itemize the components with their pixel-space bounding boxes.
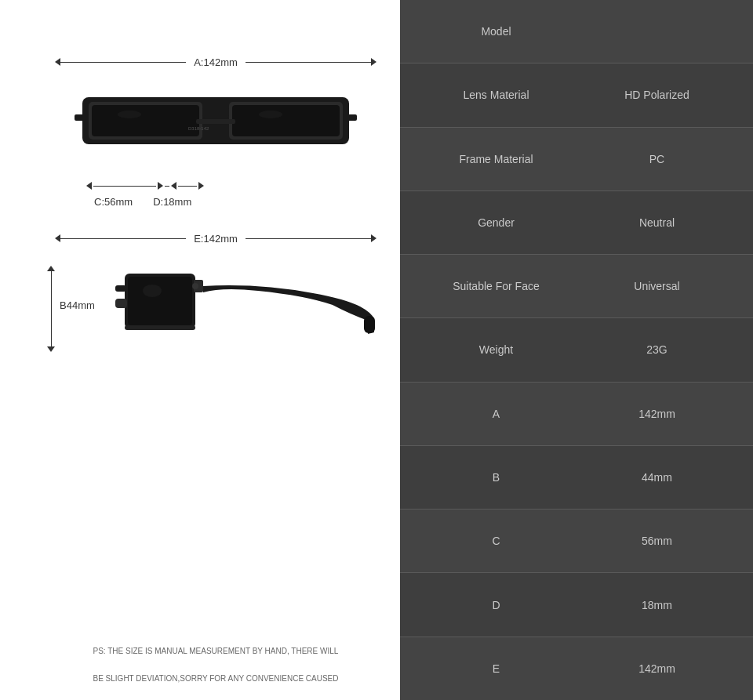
spec-label-1: Lens Material <box>416 89 577 101</box>
svg-point-11 <box>259 111 282 118</box>
svg-point-19 <box>192 283 198 289</box>
spec-row-1: Lens MaterialHD Polarized <box>400 63 753 127</box>
glasses-top-wrapper: D318-142 <box>47 74 384 168</box>
ps-note-line1: PS: THE SIZE IS MANUAL MEASUREMENT BY HA… <box>93 645 338 657</box>
spec-label-8: C <box>416 535 577 547</box>
arrow-right-d <box>198 179 204 193</box>
h-line-a-right <box>246 62 371 63</box>
c-measurement: C:56mm D:18mm <box>86 179 204 208</box>
glasses-side-container: B44mm <box>47 250 384 360</box>
spec-label-10: E <box>416 662 577 675</box>
svg-text:D318-142: D318-142 <box>188 126 209 131</box>
svg-point-14 <box>143 285 162 297</box>
arrow-down-b <box>47 346 55 352</box>
spec-value-7: 44mm <box>577 471 737 484</box>
arrow-left-e <box>55 231 60 245</box>
dimension-e-row: E:142mm <box>47 231 384 245</box>
ps-note-line2: BE SLIGHT DEVIATION,SORRY FOR ANY CONVEN… <box>93 673 338 684</box>
dim-e-label: E:142mm <box>194 233 238 245</box>
b-measurement <box>47 258 55 352</box>
spec-value-6: 142mm <box>577 408 737 420</box>
svg-rect-18 <box>125 325 195 330</box>
spec-label-5: Weight <box>416 343 577 356</box>
dim-a-label: A:142mm <box>194 56 238 68</box>
spec-value-9: 18mm <box>577 599 737 611</box>
arrow-right-e <box>371 231 376 245</box>
svg-rect-17 <box>115 285 126 292</box>
h-line-a-left <box>60 62 186 63</box>
spec-label-7: B <box>416 471 577 484</box>
spec-label-2: Frame Material <box>416 153 577 165</box>
spec-row-2: Frame MaterialPC <box>400 128 753 191</box>
spec-value-4: Universal <box>577 280 737 292</box>
spec-row-5: Weight23G <box>400 318 753 382</box>
h-line-e-right <box>246 238 371 239</box>
h-line-d <box>178 186 197 187</box>
glasses-side-svg <box>101 250 376 360</box>
dim-d-label: D:18mm <box>153 196 191 208</box>
spec-row-4: Suitable For FaceUniversal <box>400 255 753 318</box>
ps-note: PS: THE SIZE IS MANUAL MEASUREMENT BY HA… <box>93 622 338 684</box>
spec-value-2: PC <box>577 153 737 165</box>
spec-label-0: Model <box>416 25 577 38</box>
glasses-top-svg: D318-142 <box>75 74 357 168</box>
dimension-a-row: A:142mm <box>47 55 384 69</box>
spec-value-5: 23G <box>577 343 737 356</box>
svg-point-10 <box>118 111 141 118</box>
spec-value-3: Neutral <box>577 216 737 229</box>
spec-value-10: 142mm <box>577 662 737 675</box>
spec-row-3: GenderNeutral <box>400 191 753 255</box>
spec-row-10: E142mm <box>400 637 753 700</box>
svg-rect-16 <box>115 299 127 308</box>
dim-c-label: C:56mm <box>94 196 133 208</box>
spec-label-6: A <box>416 408 577 420</box>
b-label-container: B44mm <box>60 299 95 311</box>
svg-rect-6 <box>196 119 235 124</box>
svg-rect-13 <box>128 277 192 325</box>
right-panel: ModelLens MaterialHD PolarizedFrame Mate… <box>400 0 753 700</box>
v-line-b <box>51 271 52 346</box>
h-line-e-left <box>60 238 186 239</box>
spec-row-9: D18mm <box>400 573 753 637</box>
arrow-right-a <box>371 55 376 69</box>
arrow-left-d <box>171 179 176 193</box>
spec-row-8: C56mm <box>400 510 753 573</box>
spec-row-0: Model <box>400 0 753 63</box>
svg-rect-5 <box>202 107 229 118</box>
svg-rect-20 <box>364 316 375 333</box>
spec-row-6: A142mm <box>400 383 753 446</box>
spec-label-4: Suitable For Face <box>416 280 577 292</box>
svg-rect-7 <box>75 114 89 121</box>
svg-rect-4 <box>232 105 340 136</box>
arrow-left-a <box>55 55 60 69</box>
arrow-up-b <box>47 266 55 271</box>
dim-b-label: B44mm <box>60 299 95 311</box>
svg-rect-8 <box>343 114 357 121</box>
h-line-c <box>93 186 156 187</box>
spec-label-3: Gender <box>416 216 577 229</box>
left-panel: A:142mm D318-142 <box>0 0 400 700</box>
spec-value-1: HD Polarized <box>577 89 737 101</box>
spec-row-7: B44mm <box>400 446 753 510</box>
spec-label-9: D <box>416 599 577 611</box>
arrow-right-c <box>158 179 163 193</box>
spec-value-8: 56mm <box>577 535 737 547</box>
svg-rect-2 <box>92 105 199 136</box>
cd-dimension-row: C:56mm D:18mm <box>47 179 384 208</box>
arrow-left-c <box>86 179 92 193</box>
